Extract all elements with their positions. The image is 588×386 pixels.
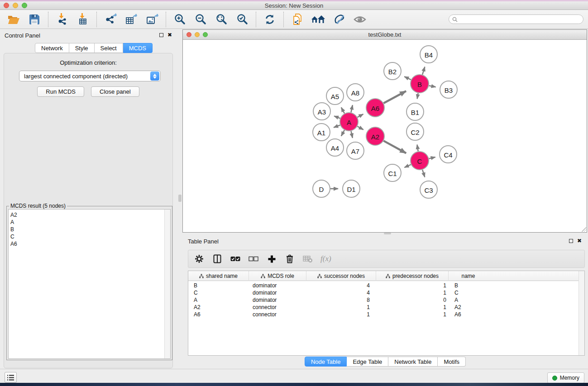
unselect-all-columns-button[interactable] — [248, 253, 259, 264]
search-input[interactable] — [460, 16, 573, 23]
edge-C-C4[interactable] — [429, 157, 435, 158]
table-cell[interactable]: 1 — [376, 311, 449, 318]
tab-node-table[interactable]: Node Table — [305, 357, 347, 367]
edge-A-A5[interactable] — [341, 107, 344, 113]
column-header-predecessor-nodes[interactable]: predecessor nodes — [376, 271, 449, 281]
edge-C-C1[interactable] — [404, 165, 411, 167]
horizontal-divider-grip[interactable] — [384, 233, 391, 234]
table-cell[interactable]: 1 — [306, 304, 376, 311]
zoom-fit-button[interactable] — [213, 12, 229, 27]
result-item[interactable]: C — [10, 233, 170, 240]
search-field[interactable] — [449, 14, 583, 24]
node-A[interactable]: A — [340, 113, 358, 131]
node-C2[interactable]: C2 — [406, 123, 424, 140]
table-cell[interactable]: 1 — [376, 289, 449, 296]
network-zoom-button[interactable] — [203, 32, 208, 37]
table-cell[interactable]: A6 — [188, 311, 249, 318]
column-header-MCDS-role[interactable]: MCDS role — [249, 271, 306, 281]
node-C[interactable]: C — [411, 152, 429, 170]
edge-A6-B[interactable] — [383, 91, 406, 103]
table-cell[interactable]: 8 — [306, 296, 376, 304]
node-C1[interactable]: C1 — [384, 164, 401, 181]
table-cell[interactable]: 4 — [306, 282, 376, 289]
tab-mcds[interactable]: MCDS — [123, 43, 153, 53]
edge-A-A4[interactable] — [341, 130, 344, 136]
select-all-columns-button[interactable] — [230, 253, 241, 264]
delete-columns-button[interactable] — [284, 253, 295, 264]
float-table-panel-icon[interactable] — [569, 239, 573, 243]
edge-B-B2[interactable] — [404, 76, 411, 80]
criterion-select[interactable]: largest connected component (directed) — [19, 71, 161, 81]
node-B2[interactable]: B2 — [384, 62, 401, 80]
node-A2[interactable]: A2 — [366, 127, 384, 145]
node-D[interactable]: D — [313, 180, 330, 197]
open-session-button[interactable] — [5, 12, 22, 27]
node-B3[interactable]: B3 — [440, 81, 457, 98]
edge-C-C2[interactable] — [417, 145, 418, 152]
table-cell[interactable]: 0 — [376, 296, 449, 304]
edge-B-B3[interactable] — [429, 86, 436, 87]
network-window-titlebar[interactable]: testGlobe.txt — [183, 30, 587, 40]
tab-network[interactable]: Network — [35, 43, 69, 53]
edge-B-B1[interactable] — [417, 93, 418, 99]
table-row[interactable]: A2connector11A2 — [188, 304, 584, 311]
table-settings-button[interactable] — [194, 253, 205, 264]
node-C3[interactable]: C3 — [420, 181, 437, 198]
table-cell[interactable]: 1 — [376, 282, 449, 289]
result-item[interactable]: A2 — [10, 211, 170, 219]
import-network-button[interactable] — [54, 12, 70, 27]
zoom-in-button[interactable] — [172, 12, 188, 27]
tab-motifs[interactable]: Motifs — [438, 357, 466, 367]
network-close-button[interactable] — [186, 32, 191, 37]
node-table[interactable]: shared nameMCDS rolesuccessor nodesprede… — [188, 271, 585, 356]
tab-edge-table[interactable]: Edge Table — [347, 357, 388, 367]
table-cell[interactable]: A — [449, 296, 488, 304]
mcds-result-list[interactable]: A2ABCA6 — [8, 209, 171, 359]
column-header-successor-nodes[interactable]: successor nodes — [306, 271, 376, 281]
result-item[interactable]: A6 — [10, 240, 170, 248]
close-panel-button[interactable]: Close panel — [91, 86, 139, 97]
edge-B-B4[interactable] — [422, 67, 425, 75]
node-B4[interactable]: B4 — [420, 46, 437, 63]
edge-A-A1[interactable] — [334, 125, 340, 127]
table-cell[interactable]: connector — [249, 311, 306, 318]
node-B1[interactable]: B1 — [406, 103, 424, 120]
refresh-button[interactable] — [262, 12, 278, 27]
table-cell[interactable]: connector — [249, 304, 306, 311]
import-table-button[interactable] — [75, 12, 91, 27]
table-cell[interactable]: B — [188, 282, 249, 289]
table-row[interactable]: Bdominator41B — [188, 282, 584, 289]
table-row[interactable]: A6connector11A6 — [188, 311, 584, 318]
node-A3[interactable]: A3 — [313, 103, 330, 120]
table-cell[interactable]: 1 — [376, 304, 449, 311]
table-cell[interactable]: A6 — [449, 311, 488, 318]
edge-A-A7[interactable] — [351, 131, 352, 138]
node-D1[interactable]: D1 — [343, 180, 360, 197]
show-all-neighbors-button[interactable] — [310, 12, 326, 27]
node-A4[interactable]: A4 — [326, 139, 344, 156]
table-cell[interactable]: dominator — [249, 296, 306, 304]
table-cell[interactable]: C — [449, 289, 488, 296]
node-A6[interactable]: A6 — [366, 99, 384, 117]
table-cell[interactable]: A2 — [449, 304, 488, 311]
column-header-name[interactable]: name — [449, 271, 488, 281]
tab-select[interactable]: Select — [95, 43, 123, 53]
network-graph[interactable]: B4B2BB3A8A5A6A3B1AA1C2A2A4A7C4CC1C3DD1 — [183, 40, 587, 232]
task-history-button[interactable] — [5, 372, 17, 383]
close-panel-icon[interactable]: ✖ — [167, 33, 172, 37]
tab-style[interactable]: Style — [69, 43, 95, 53]
result-scrollbar[interactable] — [164, 210, 170, 358]
table-cell[interactable]: A2 — [188, 304, 249, 311]
float-panel-icon[interactable] — [159, 33, 163, 37]
network-canvas[interactable]: B4B2BB3A8A5A6A3B1AA1C2A2A4A7C4CC1C3DD1 — [183, 40, 587, 232]
titlebar[interactable]: Session: New Session — [0, 1, 588, 10]
table-scrollbar[interactable] — [578, 271, 584, 356]
close-window-button[interactable] — [4, 3, 9, 8]
edge-A-A3[interactable] — [334, 116, 340, 118]
export-network-button[interactable] — [102, 12, 119, 27]
zoom-selected-button[interactable] — [234, 12, 250, 27]
memory-button[interactable]: Memory — [547, 372, 584, 383]
export-table-button[interactable] — [123, 12, 139, 27]
splitpane-divider-grip[interactable] — [178, 195, 182, 202]
run-mcds-button[interactable]: Run MCDS — [37, 86, 84, 97]
